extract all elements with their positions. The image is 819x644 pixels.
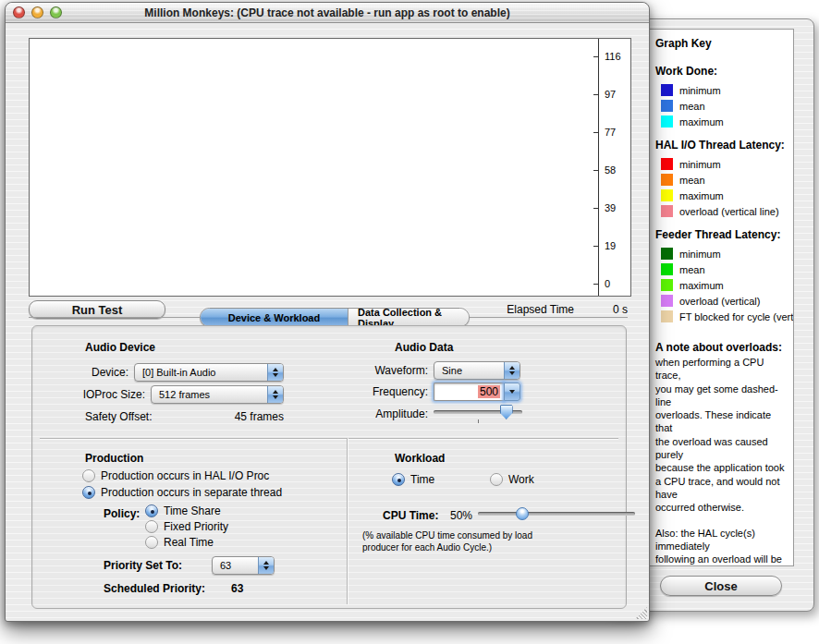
- legend-swatch-maximum: [661, 115, 673, 128]
- cpu-time-label: CPU Time:: [383, 509, 438, 522]
- key-item: mean: [655, 98, 789, 114]
- elapsed-time-label: Elapsed Time: [468, 303, 574, 316]
- graph-plot-area: 11697775839190: [29, 38, 631, 297]
- legend-swatch-overload-vertical-: [661, 295, 673, 307]
- y-axis-tick: [593, 208, 598, 209]
- key-item: mean: [655, 261, 789, 277]
- tab-divider-right: [468, 317, 628, 318]
- tab-device-workload[interactable]: Device & Workload: [201, 309, 348, 326]
- legend-label: overload (vertical line): [679, 206, 779, 217]
- amplitude-slider-thumb[interactable]: [500, 405, 513, 419]
- amplitude-slider: [434, 405, 522, 419]
- legend-swatch-minimum: [661, 84, 673, 96]
- key-item: maximum: [655, 277, 789, 293]
- frequency-input[interactable]: 500: [434, 383, 504, 401]
- radio-policy-real-time-label: Real Time: [164, 536, 214, 549]
- key-item: minimum: [655, 156, 789, 172]
- title-bar[interactable]: Million Monkeys: (CPU trace not availabl…: [6, 3, 649, 23]
- y-axis-tick: [593, 94, 598, 95]
- radio-production-option-1[interactable]: Production occurs in HAL I/O Proc: [82, 469, 269, 482]
- legend-label: mean: [679, 175, 705, 186]
- zoom-window-icon[interactable]: [50, 6, 62, 18]
- device-popup-value: [0] Built-in Audio: [135, 364, 267, 381]
- waveform-label: Waveform:: [347, 364, 428, 377]
- device-label: Device:: [42, 366, 128, 379]
- window-content: 11697775839190 Run Test Device & Workloa…: [6, 23, 649, 621]
- resize-grip[interactable]: [635, 607, 647, 619]
- y-axis-tick-label: 19: [605, 240, 634, 251]
- waveform-popup[interactable]: Sine: [434, 361, 520, 380]
- minimize-window-icon[interactable]: [31, 6, 43, 18]
- popup-stepper-icon: [258, 557, 274, 574]
- main-window: Million Monkeys: (CPU trace not availabl…: [5, 2, 650, 622]
- y-axis-tick-label: 58: [605, 164, 634, 176]
- safety-offset-value: 45 frames: [199, 410, 284, 423]
- radio-icon[interactable]: [82, 469, 95, 482]
- cpu-time-note: (% available CPU time consumed by load p…: [362, 530, 561, 553]
- run-test-button[interactable]: Run Test: [29, 300, 165, 319]
- elapsed-time-value: 0 s: [583, 303, 628, 316]
- radio-policy-time-share-label: Time Share: [164, 504, 221, 517]
- key-item: minimum: [655, 246, 789, 261]
- cpu-time-slider-track[interactable]: [478, 512, 635, 516]
- legend-label: maximum: [679, 190, 724, 201]
- legend-label: mean: [679, 101, 705, 112]
- graph-y-axis: [598, 39, 599, 296]
- radio-icon[interactable]: [82, 486, 95, 499]
- cpu-time-slider-thumb[interactable]: [516, 507, 529, 520]
- safety-offset-label: Safety Offset:: [85, 410, 152, 423]
- radio-workload-work-label: Work: [508, 473, 534, 486]
- legend-swatch-maximum: [661, 189, 673, 201]
- close-button[interactable]: Close: [660, 576, 782, 596]
- legend-swatch-minimum: [661, 248, 673, 260]
- radio-workload-time[interactable]: Time: [392, 473, 434, 486]
- radio-workload-work[interactable]: Work: [490, 473, 534, 486]
- legend-swatch-mean: [661, 174, 673, 186]
- key-item: maximum: [655, 188, 789, 203]
- y-axis-tick: [593, 246, 598, 247]
- radio-icon[interactable]: [145, 520, 158, 533]
- priority-set-to-label: Priority Set To:: [104, 559, 182, 572]
- radio-policy-real-time[interactable]: Real Time: [145, 536, 214, 549]
- amplitude-label: Amplitude:: [347, 407, 428, 420]
- radio-icon[interactable]: [145, 536, 158, 549]
- panel-horizontal-divider: [40, 438, 618, 439]
- policy-label: Policy:: [104, 507, 140, 520]
- waveform-popup-value: Sine: [434, 362, 504, 379]
- key-item: overload (vertical): [655, 293, 789, 309]
- cpu-time-slider: [478, 506, 635, 520]
- close-window-icon[interactable]: [13, 6, 25, 18]
- legend-swatch-overload-vertical-line-: [661, 205, 673, 217]
- popup-stepper-icon: [267, 364, 283, 381]
- desktop: Graph Key Work Done:minimummeanmaximumHA…: [0, 0, 819, 644]
- y-axis-tick-label: 97: [605, 89, 634, 100]
- y-axis-tick-label: 0: [605, 278, 634, 289]
- radio-policy-fixed-priority-label: Fixed Priority: [164, 520, 228, 533]
- key-item: overload (vertical line): [655, 203, 789, 219]
- radio-policy-fixed-priority[interactable]: Fixed Priority: [145, 520, 228, 533]
- legend-label: minimum: [679, 249, 721, 260]
- device-popup[interactable]: [0] Built-in Audio: [134, 363, 284, 382]
- legend-swatch-minimum: [661, 158, 673, 170]
- y-axis-tick-label: 39: [605, 202, 634, 213]
- radio-icon[interactable]: [490, 473, 503, 486]
- y-axis-tick-label: 77: [605, 127, 634, 138]
- radio-production-option-2[interactable]: Production occurs in separate thread: [82, 486, 282, 499]
- window-controls: [13, 6, 62, 18]
- radio-icon[interactable]: [145, 504, 158, 517]
- priority-popup[interactable]: 63: [212, 556, 275, 575]
- frequency-dropdown-icon[interactable]: [504, 383, 520, 401]
- graph-key-title: Graph Key: [655, 37, 789, 50]
- y-axis-tick: [593, 284, 598, 285]
- y-axis-tick: [593, 170, 598, 171]
- frequency-selected-text: 500: [478, 385, 500, 398]
- legend-label: overload (vertical): [679, 296, 760, 307]
- tab-data-collection-display[interactable]: Data Collection & Display: [348, 309, 469, 326]
- radio-icon[interactable]: [392, 473, 405, 486]
- ioproc-size-label: IOProc Size:: [36, 388, 145, 401]
- ioproc-size-popup[interactable]: 512 frames: [151, 385, 284, 404]
- radio-policy-time-share[interactable]: Time Share: [145, 504, 221, 517]
- frequency-label: Frequency:: [347, 385, 428, 398]
- key-section-title: Feeder Thread Latency:: [655, 228, 789, 241]
- workload-header: Workload: [395, 452, 445, 465]
